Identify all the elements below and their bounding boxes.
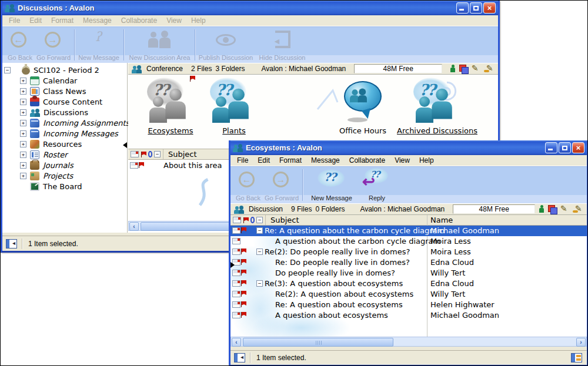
minimize-button[interactable] [545,142,557,153]
subject-column-header[interactable]: Subject [168,150,197,159]
title-bar[interactable]: Discussions : Avalon × [2,1,498,15]
publish-discussion-button[interactable]: Publish Discussion [197,27,255,63]
tree-item-roster[interactable]: Roster [20,149,68,160]
close-button[interactable]: × [572,142,584,153]
thread-row[interactable]: A question about the carbon cycle diagra… [230,236,587,247]
green-person-icon[interactable] [450,65,455,73]
menu-help[interactable]: Help [415,156,438,164]
thread-row[interactable]: Do people really live in domes? Willy Te… [230,268,587,278]
new-message-button[interactable]: ʔ New Message [76,27,122,63]
share-squares-icon[interactable] [459,65,467,73]
maximize-button[interactable] [559,142,571,153]
collapse-all-icon[interactable] [256,217,263,223]
menu-edit[interactable]: Edit [25,16,46,25]
menu-edit[interactable]: Edit [253,156,274,164]
tree-item-course-content[interactable]: Course Content [20,96,102,107]
thread-row[interactable]: Re(3): A question about ecosystems Edna … [230,278,587,289]
collapse-all-icon[interactable] [154,151,161,157]
go-forward-button[interactable]: Go Forward [35,27,72,63]
pane-splitter-arrow[interactable] [123,142,127,148]
new-discussion-area-button[interactable]: New Discussion Area [126,27,193,63]
menu-message[interactable]: Message [307,156,344,164]
expand-box-icon[interactable] [20,162,26,169]
tree-item-calendar[interactable]: Calendar [20,75,77,86]
thread-row[interactable]: Re(2): Do people really live in domes? M… [230,247,587,257]
expand-box-icon[interactable] [20,99,26,105]
collapse-box-icon[interactable] [256,227,263,234]
expand-box-icon[interactable] [20,141,26,147]
thread-row[interactable]: Re: A question about ecosystems Helen Hi… [230,300,587,310]
tree-item-sci102[interactable]: SCI102 - Period 2 [4,65,99,75]
collapse-box-icon[interactable] [4,67,11,73]
panel-toggle-icon[interactable] [234,353,245,362]
pencil-icon[interactable] [560,205,569,213]
envelope-icon[interactable] [233,217,241,223]
desktop-item-ecosystems[interactable]: ?? Ecosystems [135,78,206,135]
expand-box-icon[interactable] [20,152,26,158]
thread-row[interactable]: A question about ecosystems Michael Good… [230,310,587,321]
expand-box-icon[interactable] [20,109,26,116]
scroll-left-icon[interactable]: ‹ [232,338,241,347]
menu-view[interactable]: View [162,16,186,25]
tree-item-class-news[interactable]: Class News [20,86,86,96]
tree-item-incoming-messages[interactable]: Incoming Messages [20,128,118,139]
hide-discussion-button[interactable]: Hide Discussion [255,27,309,63]
view-mode-icon[interactable] [571,353,582,362]
thread-row[interactable]: Re: Do people really live in domes? Edna… [230,257,587,268]
desktop-item-plants[interactable]: ?? Plants [208,78,260,135]
share-squares-icon[interactable] [548,205,556,213]
paperclip-icon[interactable] [250,217,255,223]
menu-message[interactable]: Message [79,16,116,25]
envelope-icon[interactable] [131,151,139,157]
flag-icon[interactable] [141,151,146,158]
menu-view[interactable]: View [390,156,414,164]
go-forward-button[interactable]: Go Forward [263,167,300,204]
key-pencil-icon[interactable] [573,205,583,213]
expand-box-icon[interactable] [20,78,26,84]
title-bar[interactable]: Ecosystems : Avalon × [230,140,587,155]
paperclip-icon[interactable] [148,151,152,157]
tree-item-journals[interactable]: Journals [20,160,74,170]
menu-collaborate[interactable]: Collaborate [117,16,161,25]
flag-icon[interactable] [243,217,249,224]
desktop-item-office-hours[interactable]: Office Hours [331,78,395,135]
expand-box-icon[interactable] [20,173,26,179]
tree-item-the-board[interactable]: The Board [30,181,82,192]
thread-row[interactable]: Re(2): A question about ecosystems Willy… [230,289,587,300]
menu-format[interactable]: Format [275,156,306,164]
tree-item-resources[interactable]: Resources [20,139,82,149]
go-back-button[interactable]: Go Back [232,167,265,204]
pane-splitter-arrow[interactable] [230,262,235,268]
close-button[interactable]: × [483,2,496,14]
expand-box-icon[interactable] [20,130,26,137]
pencil-icon[interactable] [472,65,480,73]
desktop-item-archived-discussions[interactable]: ?? Archived Discussions [392,78,483,135]
menu-format[interactable]: Format [47,16,78,25]
reply-button[interactable]: ??↩ Reply [360,167,394,204]
menu-file[interactable]: File [5,16,24,25]
key-pencil-icon[interactable] [484,65,495,73]
expand-box-icon[interactable] [20,88,26,95]
scroll-right-icon[interactable]: › [576,338,586,347]
tree-item-discussions[interactable]: Discussions [20,107,88,117]
subject-column-header[interactable]: Subject [270,216,299,224]
collapse-box-icon[interactable] [256,280,263,287]
tree-item-projects[interactable]: Projects [20,170,73,181]
new-message-button[interactable]: ?? New Message [305,167,359,204]
tree-item-incoming-assignments[interactable]: Incoming Assignments [20,117,129,128]
menu-help[interactable]: Help [187,16,210,25]
expand-box-icon[interactable] [20,120,26,126]
scroll-left-icon[interactable]: ‹ [129,222,139,231]
discussion-people-icon [233,143,243,152]
menu-collaborate[interactable]: Collaborate [345,156,389,164]
minimize-button[interactable] [456,2,469,14]
name-column-header[interactable]: Name [430,216,453,224]
panel-toggle-icon[interactable] [6,239,17,249]
maximize-button[interactable] [470,2,482,14]
collapse-box-icon[interactable] [256,249,263,255]
menu-file[interactable]: File [233,156,252,164]
horizontal-scrollbar[interactable]: ‹ › [230,337,587,347]
green-person-icon[interactable] [539,205,544,213]
thread-row[interactable]: Re: A question about the carbon cycle di… [230,226,587,236]
go-back-button[interactable]: Go Back [4,27,36,63]
